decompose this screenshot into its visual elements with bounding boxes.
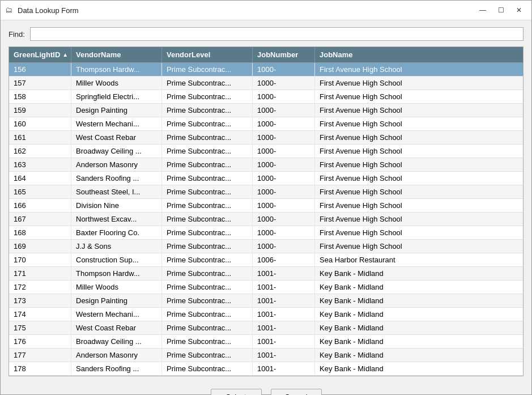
table-row[interactable]: 171Thompson Hardw...Prime Subcontrac...1… [9, 267, 523, 281]
job-number-cell: 1000- [253, 199, 315, 212]
close-button[interactable]: ✕ [511, 4, 527, 16]
greenlight-id-cell: 175 [9, 321, 71, 334]
greenlight-id-cell: 159 [9, 104, 71, 117]
table-row[interactable]: 164Sanders Roofing ...Prime Subcontrac..… [9, 172, 523, 185]
column-header-greenlight-id[interactable]: GreenLightID ▲ [9, 47, 71, 62]
vendor-level-cell: Prime Subcontrac... [162, 253, 253, 266]
vendor-level-cell: Prime Subcontrac... [162, 294, 253, 307]
column-header-job-number[interactable]: JobNumber [253, 47, 315, 62]
job-number-cell: 1001- [253, 267, 315, 280]
job-name-cell: First Avenue High School [315, 158, 523, 171]
greenlight-id-cell: 168 [9, 226, 71, 239]
greenlight-id-cell: 163 [9, 158, 71, 171]
vendor-level-cell: Prime Subcontrac... [162, 226, 253, 239]
table-row[interactable]: 177Anderson MasonryPrime Subcontrac...10… [9, 349, 523, 362]
table-row[interactable]: 156Thompson Hardw...Prime Subcontrac...1… [9, 63, 523, 77]
table-row[interactable]: 170Construction Sup...Prime Subcontrac..… [9, 253, 523, 267]
greenlight-id-cell: 178 [9, 362, 71, 375]
table-row[interactable]: 175West Coast RebarPrime Subcontrac...10… [9, 321, 523, 335]
content-area: Find: GreenLightID ▲ VendorName VendorLe… [1, 20, 531, 383]
vendor-level-cell: Prime Subcontrac... [162, 335, 253, 348]
greenlight-id-cell: 169 [9, 240, 71, 253]
job-number-cell: 1001- [253, 308, 315, 321]
job-name-cell: Key Bank - Midland [315, 362, 523, 375]
vendor-level-cell: Prime Subcontrac... [162, 63, 253, 76]
table-row[interactable]: 165Southeast Steel, I...Prime Subcontrac… [9, 185, 523, 199]
table-row[interactable]: 163Anderson MasonryPrime Subcontrac...10… [9, 158, 523, 172]
vendor-level-cell: Prime Subcontrac... [162, 349, 253, 362]
table-row[interactable]: 159Design PaintingPrime Subcontrac...100… [9, 104, 523, 117]
table-row[interactable]: 162Broadway Ceiling ...Prime Subcontrac.… [9, 145, 523, 158]
window-title: Data Lookup Form [18, 6, 475, 15]
job-name-cell: Key Bank - Midland [315, 294, 523, 307]
vendor-name-cell: Division Nine [71, 199, 162, 212]
greenlight-id-cell: 174 [9, 308, 71, 321]
job-name-cell: First Avenue High School [315, 117, 523, 130]
table-row[interactable]: 178Sanders Roofing ...Prime Subcontrac..… [9, 362, 523, 376]
vendor-level-cell: Prime Subcontrac... [162, 131, 253, 144]
table-row[interactable]: 157Miller WoodsPrime Subcontrac...1000-F… [9, 77, 523, 90]
data-table: GreenLightID ▲ VendorName VendorLevel Jo… [8, 46, 524, 376]
table-row[interactable]: 160Western Mechani...Prime Subcontrac...… [9, 117, 523, 131]
column-header-vendor-level[interactable]: VendorLevel [162, 47, 253, 62]
select-button[interactable]: Select [211, 389, 262, 395]
job-number-cell: 1001- [253, 349, 315, 362]
vendor-level-cell: Prime Subcontrac... [162, 172, 253, 185]
job-number-cell: 1000- [253, 63, 315, 76]
greenlight-id-cell: 176 [9, 335, 71, 348]
job-name-cell: Key Bank - Midland [315, 321, 523, 334]
main-window: 🗂 Data Lookup Form — ☐ ✕ Find: GreenLigh… [0, 0, 532, 395]
greenlight-id-cell: 173 [9, 294, 71, 307]
job-name-cell: First Avenue High School [315, 131, 523, 144]
job-name-cell: First Avenue High School [315, 63, 523, 76]
job-number-cell: 1001- [253, 321, 315, 334]
table-row[interactable]: 158Springfield Electri...Prime Subcontra… [9, 90, 523, 104]
vendor-level-cell: Prime Subcontrac... [162, 185, 253, 198]
job-name-cell: First Avenue High School [315, 104, 523, 117]
job-number-cell: 1000- [253, 185, 315, 198]
job-number-cell: 1000- [253, 145, 315, 158]
vendor-level-cell: Prime Subcontrac... [162, 117, 253, 130]
title-bar: 🗂 Data Lookup Form — ☐ ✕ [1, 1, 531, 20]
job-name-cell: Sea Harbor Restaurant [315, 253, 523, 266]
vendor-level-cell: Prime Subcontrac... [162, 281, 253, 294]
table-row[interactable]: 173Design PaintingPrime Subcontrac...100… [9, 294, 523, 308]
vendor-name-cell: Construction Sup... [71, 253, 162, 266]
table-row[interactable]: 172Miller WoodsPrime Subcontrac...1001-K… [9, 281, 523, 294]
job-name-cell: First Avenue High School [315, 240, 523, 253]
vendor-name-cell: Western Mechani... [71, 308, 162, 321]
table-row[interactable]: 169J.J & SonsPrime Subcontrac...1000-Fir… [9, 240, 523, 253]
find-input[interactable] [30, 27, 524, 41]
vendor-level-cell: Prime Subcontrac... [162, 362, 253, 375]
greenlight-id-cell: 160 [9, 117, 71, 130]
table-row[interactable]: 176Broadway Ceiling ...Prime Subcontrac.… [9, 335, 523, 349]
job-name-cell: Key Bank - Midland [315, 308, 523, 321]
maximize-button[interactable]: ☐ [493, 4, 509, 16]
cancel-button[interactable]: Cancel [271, 389, 322, 395]
vendor-name-cell: West Coast Rebar [71, 321, 162, 334]
vendor-name-cell: Baxter Flooring Co. [71, 226, 162, 239]
job-name-cell: First Avenue High School [315, 77, 523, 90]
greenlight-id-cell: 156 [9, 63, 71, 76]
table-row[interactable]: 167Northwest Excav...Prime Subcontrac...… [9, 213, 523, 226]
footer: Select Cancel [1, 383, 531, 395]
job-name-cell: Key Bank - Midland [315, 349, 523, 362]
window-icon: 🗂 [5, 6, 14, 15]
column-header-vendor-name[interactable]: VendorName [71, 47, 162, 62]
vendor-level-cell: Prime Subcontrac... [162, 145, 253, 158]
table-row[interactable]: 168Baxter Flooring Co.Prime Subcontrac..… [9, 226, 523, 240]
table-row[interactable]: 166Division NinePrime Subcontrac...1000-… [9, 199, 523, 213]
job-number-cell: 1000- [253, 90, 315, 103]
greenlight-id-cell: 157 [9, 77, 71, 90]
table-row[interactable]: 174Western Mechani...Prime Subcontrac...… [9, 308, 523, 321]
minimize-button[interactable]: — [475, 4, 491, 16]
column-header-job-name[interactable]: JobName [315, 47, 523, 62]
table-row[interactable]: 161West Coast RebarPrime Subcontrac...10… [9, 131, 523, 145]
vendor-name-cell: Anderson Masonry [71, 158, 162, 171]
job-number-cell: 1000- [253, 104, 315, 117]
vendor-name-cell: Thompson Hardw... [71, 267, 162, 280]
job-number-cell: 1000- [253, 117, 315, 130]
job-number-cell: 1000- [253, 131, 315, 144]
vendor-level-cell: Prime Subcontrac... [162, 267, 253, 280]
vendor-level-cell: Prime Subcontrac... [162, 308, 253, 321]
